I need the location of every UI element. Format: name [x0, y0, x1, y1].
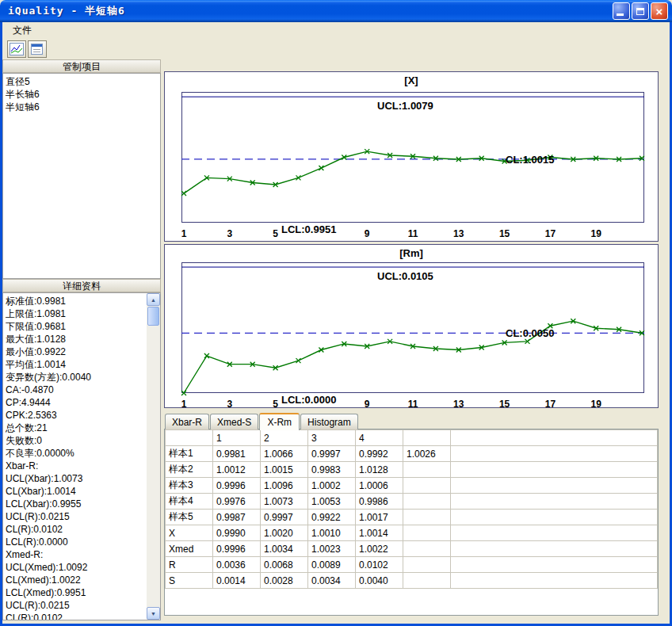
- table-row: S0.00140.00280.00340.0040: [166, 573, 658, 589]
- scrollbar-track[interactable]: [147, 306, 160, 607]
- x-tick: 3: [223, 399, 237, 410]
- table-cell-empty: [451, 494, 658, 510]
- x-tick: 13: [452, 228, 466, 239]
- table-cell: 0.9922: [308, 510, 356, 525]
- detail-item: 不良率:0.0000%: [3, 447, 147, 460]
- scroll-up-button[interactable]: ▲: [147, 293, 160, 306]
- chart-icon: [10, 43, 24, 55]
- row-label: R: [166, 557, 213, 573]
- main-area: [X] UCL:1.0079CL:1.0015LCL:0.99511359111…: [161, 59, 670, 624]
- column-header: 2: [261, 430, 308, 446]
- table-cell-empty: [451, 573, 658, 589]
- minimize-button[interactable]: [613, 2, 630, 20]
- tab-xbar-r[interactable]: Xbar-R: [165, 414, 209, 429]
- table-cell: 1.0006: [356, 478, 403, 494]
- detail-item: 失败数:0: [3, 434, 147, 447]
- table-cell: 1.0053: [308, 494, 356, 510]
- table-cell: 0.0028: [261, 573, 308, 589]
- control-item[interactable]: 半短轴6: [3, 101, 160, 113]
- table-cell: 1.0022: [356, 541, 403, 557]
- window-body: 文件 管制项目: [0, 22, 672, 626]
- details-header: 详细资料: [2, 279, 161, 292]
- table-cell: 0.9997: [308, 446, 356, 462]
- cl-label: CL:1.0015: [506, 154, 554, 166]
- detail-item: 最大值:1.0128: [3, 333, 147, 345]
- chart-tool-button[interactable]: [7, 40, 26, 58]
- detail-item: 总个数:21: [3, 422, 147, 434]
- table-cell: 1.0020: [261, 525, 308, 541]
- close-icon: ×: [656, 6, 663, 17]
- x-tick: 3: [223, 228, 237, 239]
- table-cell-empty: [451, 478, 658, 494]
- control-item[interactable]: 半长轴6: [3, 88, 160, 101]
- detail-item: 平均值:1.0014: [3, 358, 147, 371]
- table-row: 样本40.99761.00731.00530.9986: [166, 494, 658, 510]
- row-label: 样本5: [166, 510, 213, 525]
- scrollbar-thumb[interactable]: [147, 307, 159, 326]
- x-tick: 17: [543, 228, 557, 239]
- close-button[interactable]: ×: [651, 2, 668, 20]
- x-tick: 11: [406, 228, 420, 239]
- tab-histogram[interactable]: Histogram: [300, 414, 358, 429]
- detail-item: 下限值:0.9681: [3, 320, 147, 333]
- detail-item: CPK:2.5363: [3, 409, 147, 422]
- table-cell: 1.0023: [308, 541, 356, 557]
- row-label: X: [166, 525, 213, 541]
- x-tick: 19: [589, 228, 603, 239]
- table-cell-empty: [451, 541, 658, 557]
- details-listbox: 标准值:0.9981上限值:1.0981下限值:0.9681最大值:1.0128…: [2, 292, 161, 620]
- table-cell: 1.0014: [356, 525, 403, 541]
- detail-item: CL(Xbar):1.0014: [3, 485, 147, 498]
- menu-bar: 文件: [2, 22, 670, 38]
- table-cell: 0.9996: [213, 541, 261, 557]
- x-tick: 17: [543, 399, 557, 410]
- tab-x-rm[interactable]: X-Rm: [259, 413, 300, 430]
- tab-bar: Xbar-RXmed-SX-RmHistogram: [164, 410, 659, 429]
- scroll-down-button[interactable]: ▼: [147, 607, 160, 620]
- row-label: 样本4: [166, 494, 213, 510]
- table-cell: 0.9990: [213, 525, 261, 541]
- table-cell: [403, 478, 451, 494]
- column-header: [166, 430, 213, 446]
- details-scrollbar: ▲ ▼: [147, 293, 160, 620]
- table-cell: 0.9996: [213, 478, 261, 494]
- table-header-row: 1234: [166, 430, 658, 446]
- row-label: Xmed: [166, 541, 213, 557]
- x-tick: 1: [177, 228, 191, 239]
- x-tick: 19: [589, 399, 603, 410]
- row-label: 样本1: [166, 446, 213, 462]
- title-bar[interactable]: iQuality - 半短轴6 ×: [0, 0, 672, 22]
- lcl-label: LCL:0.9951: [280, 223, 338, 235]
- column-header: 3: [308, 430, 356, 446]
- menu-file[interactable]: 文件: [8, 22, 36, 39]
- window-title: iQuality - 半短轴6: [8, 4, 613, 18]
- table-cell: 1.0128: [356, 462, 403, 478]
- table-body: 样本10.99811.00660.99970.99921.0026样本21.00…: [166, 446, 658, 589]
- sidebar: 管制项目 直径5半长轴6半短轴6 详细资料 标准值:0.9981上限值:1.09…: [2, 59, 161, 624]
- table-cell-empty: [451, 462, 658, 478]
- detail-item: 标准值:0.9981: [3, 295, 147, 307]
- table-cell: 1.0066: [261, 446, 308, 462]
- table-cell: 1.0012: [213, 462, 261, 478]
- arrow-up-icon: ▲: [151, 297, 156, 303]
- table-cell: [403, 573, 451, 589]
- table-row: Xmed0.99961.00341.00231.0022: [166, 541, 658, 557]
- table-cell: [403, 494, 451, 510]
- table-cell: [403, 525, 451, 541]
- detail-item: LCL(Xmed):0.9951: [3, 586, 147, 599]
- control-item[interactable]: 直径5: [3, 75, 160, 88]
- chart-title: [Rm]: [165, 247, 658, 259]
- report-tool-button[interactable]: [28, 40, 47, 58]
- detail-item: UCL(Xmed):1.0092: [3, 561, 147, 574]
- toolbar: [2, 38, 670, 59]
- data-table: 1234 样本10.99811.00660.99970.99921.0026样本…: [165, 429, 658, 589]
- tab-xmed-s[interactable]: Xmed-S: [210, 414, 258, 429]
- detail-item: CL(R):0.0102: [3, 612, 147, 620]
- body-area: 管制项目 直径5半长轴6半短轴6 详细资料 标准值:0.9981上限值:1.09…: [2, 59, 670, 624]
- detail-item: CL(Xmed):1.0022: [3, 574, 147, 586]
- x-tick: 15: [498, 228, 512, 239]
- data-table-panel: 1234 样本10.99811.00660.99970.99921.0026样本…: [164, 429, 659, 616]
- maximize-button[interactable]: [632, 2, 649, 20]
- column-header: 4: [356, 430, 403, 446]
- table-cell: [403, 510, 451, 525]
